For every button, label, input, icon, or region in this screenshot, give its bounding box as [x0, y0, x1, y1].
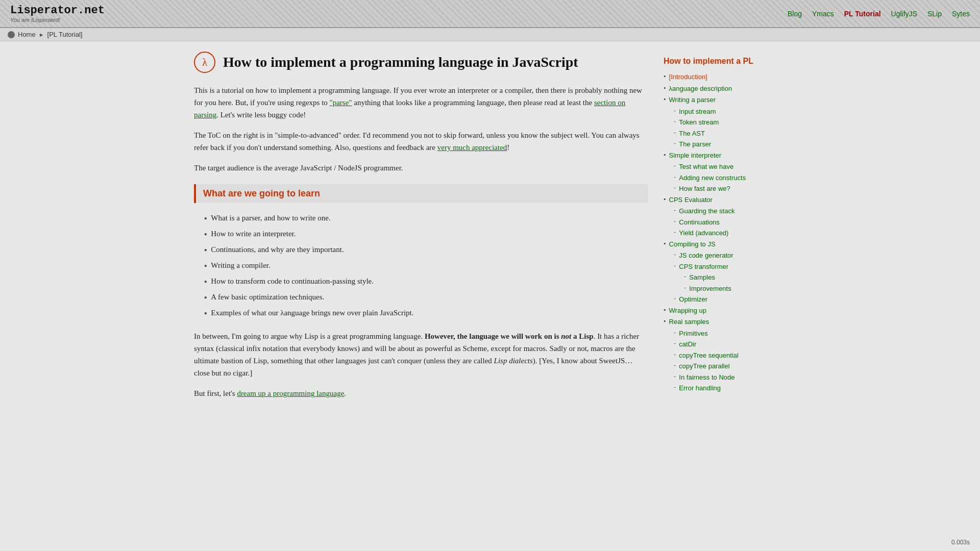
- toc-sub-link[interactable]: How fast are we?: [679, 184, 730, 194]
- toc-main-item: •Compiling to JS: [664, 239, 786, 249]
- toc-link[interactable]: Compiling to JS: [669, 239, 716, 249]
- intro-paragraph-2: The ToC on the right is in "simple-to-ad…: [194, 129, 648, 154]
- toc-link[interactable]: Wrapping up: [669, 306, 706, 316]
- toc-sub-item: -Token stream: [674, 117, 786, 128]
- toc-section: •CPS Evaluator-Guarding the stack-Contin…: [664, 195, 786, 238]
- list-item: Continuations, and why are they importan…: [204, 242, 648, 258]
- toc-section: •Compiling to JS-JS code generator-CPS t…: [664, 239, 786, 305]
- toc-sub-link[interactable]: The parser: [679, 139, 711, 149]
- toc-sub-item: -copyTree parallel: [674, 361, 786, 371]
- logo-title[interactable]: Lisperator.net: [10, 4, 105, 17]
- toc-sub-item: -Primitives: [674, 329, 786, 339]
- toc-sub-item: -Test what we have: [674, 162, 786, 172]
- toc-sub-link[interactable]: Test what we have: [679, 162, 733, 172]
- toc-bullet-icon: •: [664, 317, 666, 325]
- toc-sub-link[interactable]: Adding new constructs: [679, 173, 746, 183]
- toc-sub-sub-item: -Improvements: [684, 284, 786, 294]
- toc-sub-link[interactable]: Continuations: [679, 217, 720, 228]
- main-nav: BlogYmacsPL TutorialUglifyJSSLipSytes: [788, 10, 970, 18]
- toc-sub-sub-link[interactable]: Improvements: [689, 284, 731, 294]
- toc-main-item: •Writing a parser: [664, 95, 786, 105]
- toc-sub-item: -In fairness to Node: [674, 372, 786, 383]
- breadcrumb: Home ► [PL Tutorial]: [0, 28, 980, 41]
- toc-items: •[Introduction]•λanguage description•Wri…: [664, 72, 786, 393]
- toc-link[interactable]: Simple interpreter: [669, 151, 722, 161]
- toc-bullet-icon: •: [664, 306, 666, 314]
- toc-dash-icon: -: [674, 262, 676, 270]
- toc-sub-sub-link[interactable]: Samples: [689, 272, 715, 283]
- toc-dash-icon: -: [674, 162, 676, 170]
- toc-sub-item: -Adding new constructs: [674, 173, 786, 183]
- toc-sub-items: -Test what we have-Adding new constructs…: [664, 162, 786, 194]
- toc-section: •λanguage description: [664, 84, 786, 94]
- toc-sub-link[interactable]: Optimizer: [679, 294, 707, 305]
- intro2-end: !: [507, 143, 509, 152]
- parse-link[interactable]: "parse": [330, 98, 352, 107]
- toc-sub-link[interactable]: JS code generator: [679, 251, 733, 261]
- intro-paragraph-1: This is a tutorial on how to implement a…: [194, 84, 648, 121]
- dream-link[interactable]: dream up a programming language: [237, 389, 344, 397]
- nav-link-ymacs[interactable]: Ymacs: [812, 10, 834, 18]
- toc-sub-link[interactable]: Yield (advanced): [679, 228, 728, 238]
- toc-sub-link[interactable]: Input stream: [679, 107, 716, 117]
- section-what-heading: What are we going to learn: [194, 184, 648, 203]
- toc-bullet-icon: •: [664, 95, 666, 104]
- nav-link-slip[interactable]: SLip: [927, 10, 942, 18]
- list-item: How to write an interpreter.: [204, 226, 648, 242]
- toc-dash-icon: -: [674, 139, 676, 147]
- toc-sub-sub-items: -Samples-Improvements: [674, 272, 786, 293]
- main-layout: λ How to implement a programming languag…: [184, 41, 796, 428]
- toc-sub-link[interactable]: In fairness to Node: [679, 372, 734, 383]
- toc-section: •Simple interpreter-Test what we have-Ad…: [664, 151, 786, 194]
- nav-link-pl-tutorial[interactable]: PL Tutorial: [844, 10, 881, 18]
- list-item: What is a parser, and how to write one.: [204, 210, 648, 226]
- toc-link[interactable]: λanguage description: [669, 84, 732, 94]
- toc-sub-item: -Input stream: [674, 107, 786, 117]
- toc-sub-link[interactable]: copyTree parallel: [679, 361, 729, 371]
- toc-sub-link[interactable]: copyTree sequential: [679, 350, 739, 361]
- toc-section: •Wrapping up: [664, 306, 786, 316]
- final-end: .: [344, 389, 346, 397]
- logo-area: Lisperator.net You are lLisperated!: [10, 4, 105, 23]
- toc-main-item: •Real samples: [664, 317, 786, 327]
- toc-bullet-icon: •: [664, 72, 666, 81]
- toc-section: •Writing a parser-Input stream-Token str…: [664, 95, 786, 149]
- nav-link-sytes[interactable]: Sytes: [952, 10, 970, 18]
- breadcrumb-current: [PL Tutorial]: [47, 31, 83, 38]
- toc-link[interactable]: [Introduction]: [669, 72, 707, 82]
- final-text: But first, let's: [194, 389, 237, 397]
- appreciated-link[interactable]: very much appreciated: [437, 143, 507, 152]
- body-paragraph-final: But first, let's dream up a programming …: [194, 387, 648, 399]
- toc-main-item: •CPS Evaluator: [664, 195, 786, 205]
- list-item: Writing a compiler.: [204, 258, 648, 273]
- toc-dash-icon: -: [674, 329, 676, 337]
- toc-sub-sub-item: -Samples: [684, 272, 786, 283]
- learn-list: What is a parser, and how to write one.H…: [194, 210, 648, 321]
- toc-sub-item: -Error handling: [674, 383, 786, 393]
- body-paragraph-argue: In between, I'm going to argue why Lisp …: [194, 330, 648, 379]
- toc-sub-item: -The parser: [674, 139, 786, 149]
- nav-link-uglifyjs[interactable]: UglifyJS: [891, 10, 917, 18]
- toc-sub-link[interactable]: Guarding the stack: [679, 206, 734, 216]
- breadcrumb-home[interactable]: Home: [18, 31, 36, 38]
- toc-sub-link[interactable]: Primitives: [679, 329, 707, 339]
- toc-sub-link[interactable]: Error handling: [679, 383, 721, 393]
- toc-sub-item: -How fast are we?: [674, 184, 786, 194]
- intro1-mid: anything that looks like a programming l…: [352, 98, 594, 107]
- site-header: Lisperator.net You are lLisperated! Blog…: [0, 0, 980, 28]
- nav-link-blog[interactable]: Blog: [788, 10, 802, 18]
- logo-subtitle: You are lLisperated!: [10, 17, 105, 23]
- toc-sub-link[interactable]: CPS transformer: [679, 262, 728, 272]
- toc-sub-item: -Guarding the stack: [674, 206, 786, 216]
- toc-link[interactable]: Writing a parser: [669, 95, 716, 105]
- toc-link[interactable]: CPS Evaluator: [669, 195, 713, 205]
- toc-sub-link[interactable]: catDir: [679, 339, 696, 349]
- toc-dash-icon: -: [674, 217, 676, 226]
- toc-dash-icon: -: [674, 228, 676, 236]
- toc-sub-link[interactable]: The AST: [679, 129, 705, 139]
- page-title: How to implement a programming language …: [223, 54, 578, 71]
- intro3-text: The target audience is the average JavaS…: [194, 164, 403, 172]
- toc-link[interactable]: Real samples: [669, 317, 709, 327]
- toc-sub-link[interactable]: Token stream: [679, 117, 719, 128]
- toc-sub-items: -Primitives-catDir-copyTree sequential-c…: [664, 329, 786, 393]
